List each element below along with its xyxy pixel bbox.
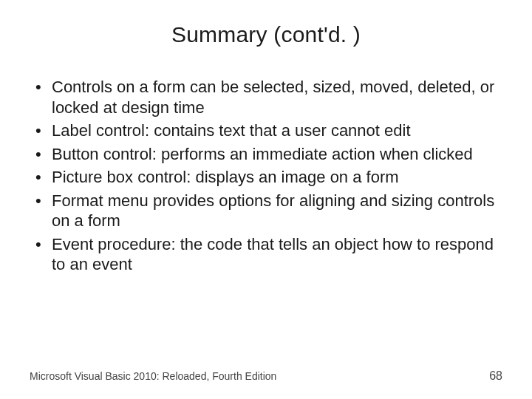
footer-page-number: 68 — [489, 369, 502, 383]
bullet-item: Event procedure: the code that tells an … — [30, 234, 502, 275]
bullet-item: Picture box control: displays an image o… — [30, 167, 502, 188]
slide: Summary (cont'd. ) Controls on a form ca… — [0, 0, 532, 399]
slide-content: Controls on a form can be selected, size… — [0, 55, 532, 275]
slide-footer: Microsoft Visual Basic 2010: Reloaded, F… — [30, 369, 502, 383]
bullet-list: Controls on a form can be selected, size… — [30, 77, 502, 275]
slide-title: Summary (cont'd. ) — [0, 0, 532, 55]
bullet-item: Controls on a form can be selected, size… — [30, 77, 502, 117]
bullet-item: Format menu provides options for alignin… — [30, 191, 502, 231]
footer-source: Microsoft Visual Basic 2010: Reloaded, F… — [30, 370, 276, 382]
bullet-item: Label control: contains text that a user… — [30, 120, 502, 141]
bullet-item: Button control: performs an immediate ac… — [30, 144, 502, 165]
